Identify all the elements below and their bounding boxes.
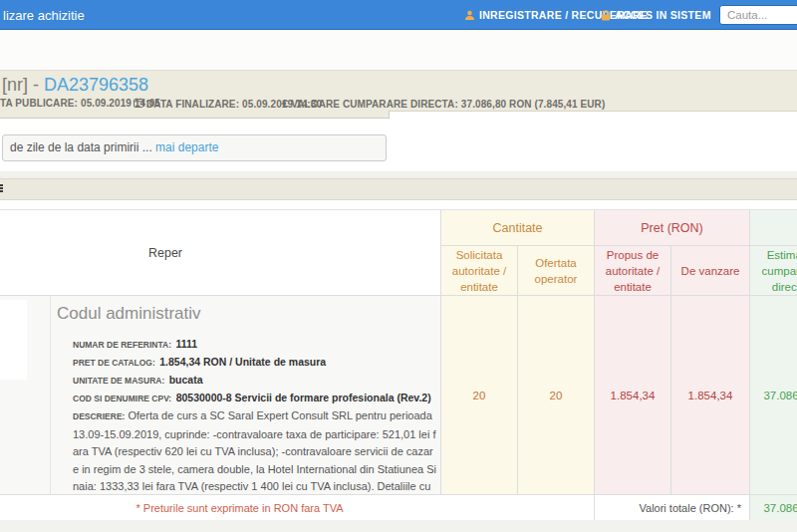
nav-item-vizualizare-achizitie[interactable]: lizare achizitie bbox=[3, 8, 85, 23]
title-prefix: [nr] - bbox=[2, 75, 39, 95]
table-gap bbox=[0, 200, 797, 209]
item-reper-cell: Codul administrativ NUMAR DE REFERINTA: … bbox=[0, 296, 441, 495]
calendar-icon bbox=[133, 98, 143, 110]
item-image bbox=[0, 300, 27, 380]
section-gap bbox=[0, 171, 797, 178]
items-table: Reper Cantitate Pret (RON) Solicitata au… bbox=[0, 209, 797, 520]
totals-label: Valori totale (RON): * bbox=[595, 495, 750, 521]
column-header-ofertata: Ofertata operator bbox=[518, 246, 595, 296]
item-title: Codul administrativ bbox=[57, 304, 201, 324]
column-group-pret: Pret (RON) bbox=[595, 210, 750, 246]
section-band bbox=[0, 178, 797, 200]
price-note: * Preturile sunt exprimate in RON fara T… bbox=[0, 495, 595, 521]
value-cantitate-solicitata: 20 bbox=[441, 296, 518, 495]
list-icon bbox=[0, 184, 3, 194]
column-header-reper: Reper bbox=[0, 210, 441, 296]
user-icon bbox=[464, 10, 475, 21]
page-title: [nr] - DA23796358 bbox=[2, 75, 148, 96]
cell-divider bbox=[50, 296, 51, 495]
content-area: de zile de la data primirii ... mai depa… bbox=[0, 112, 797, 171]
detail-pret-catalog: PRET DE CATALOG: 1.854,34 RON / Unitate … bbox=[73, 354, 437, 370]
page: lizare achizitie INREGISTRARE / RECUPERA… bbox=[0, 0, 797, 532]
direct-purchase-value: € VALOARE CUMPARARE DIRECTA: 37.086,80 R… bbox=[282, 98, 605, 110]
column-header-propus: Propus de autoritate / entitate bbox=[595, 246, 671, 296]
tab-stub bbox=[0, 111, 390, 119]
column-header-estimata: Estimata cumparare directa bbox=[750, 246, 797, 296]
column-header-vanzare: De vanzare bbox=[671, 246, 750, 296]
value-estimata: 37.086,80 bbox=[750, 296, 797, 495]
mai-departe-link[interactable]: mai departe bbox=[155, 140, 218, 154]
detail-numar-referinta: NUMAR DE REFERINTA: 1111 bbox=[73, 336, 437, 352]
notice-box[interactable]: de zile de la data primirii ... mai depa… bbox=[2, 134, 387, 161]
access-system-link[interactable]: ACCES IN SISTEM bbox=[601, 9, 711, 21]
page-footer-strip bbox=[0, 520, 797, 532]
detail-unitate-masura: UNITATE DE MASURA: bucata bbox=[73, 372, 437, 388]
meta-row: TA PUBLICARE: 05.09.2019 14:05 DATA FINA… bbox=[0, 98, 797, 112]
acquisition-number-link[interactable]: DA23796358 bbox=[44, 75, 148, 95]
value-pret-vanzare: 1.854,34 bbox=[671, 296, 750, 495]
column-group-cantitate: Cantitate bbox=[441, 210, 595, 246]
value-pret-propus: 1.854,34 bbox=[595, 296, 671, 495]
column-group-valoare bbox=[750, 210, 797, 246]
top-navigation-bar: lizare achizitie INREGISTRARE / RECUPERA… bbox=[0, 0, 797, 30]
value-cantitate-ofertata: 20 bbox=[518, 296, 595, 495]
lock-icon bbox=[601, 10, 611, 21]
search-input[interactable] bbox=[719, 5, 797, 25]
acquisition-header-panel: [nr] - DA23796358 TA PUBLICARE: 05.09.20… bbox=[0, 70, 797, 112]
notice-text: de zile de la data primirii ... bbox=[10, 140, 152, 154]
totals-value: 37.086,80 bbox=[750, 495, 797, 521]
detail-cod-cpv: COD SI DENUMIRE CPV: 80530000-8 Servicii… bbox=[73, 390, 437, 405]
euro-icon: € bbox=[282, 98, 288, 110]
column-header-solicitata: Solicitata autoritate / entitate bbox=[441, 246, 518, 296]
